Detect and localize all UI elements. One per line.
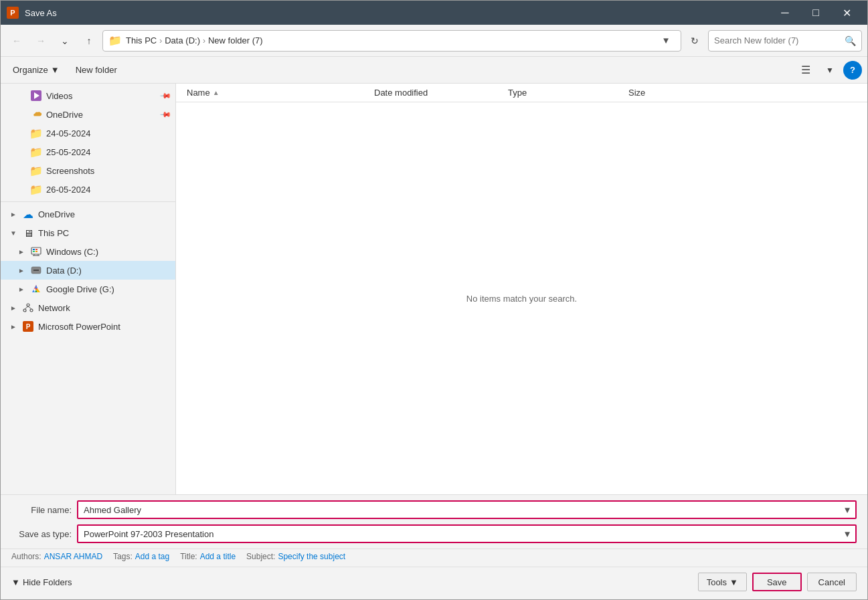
breadcrumb: This PC › Data (D:) › New folder (7) bbox=[126, 35, 657, 45]
google-drive-icon bbox=[30, 283, 42, 295]
help-button[interactable]: ? bbox=[843, 61, 862, 80]
main-content: Videos 📌 OneDrive 📌 📁 24-05-2024 bbox=[1, 84, 867, 494]
pin-icon-videos: 📌 bbox=[159, 89, 171, 102]
app-icon: P bbox=[6, 6, 19, 19]
title-value[interactable]: Add a title bbox=[200, 552, 236, 561]
sidebar-item-26-label: 26-05-2024 bbox=[46, 185, 170, 195]
dropdown-recent-button[interactable]: ⌄ bbox=[54, 30, 76, 52]
organize-label: Organize bbox=[13, 65, 48, 75]
file-name-input[interactable] bbox=[77, 500, 857, 519]
sidebar-item-windows-c[interactable]: ► Windows (C:) bbox=[1, 242, 175, 261]
svg-rect-9 bbox=[35, 249, 37, 250]
sidebar-divider-1 bbox=[1, 201, 175, 202]
sidebar-item-26-05-2024[interactable]: 📁 26-05-2024 bbox=[1, 180, 175, 199]
col-header-date[interactable]: Date modified bbox=[369, 88, 503, 98]
breadcrumb-new-folder: New folder (7) bbox=[208, 35, 263, 45]
view-options-button[interactable]: ☰ bbox=[795, 61, 816, 80]
sidebar-item-this-pc[interactable]: ▼ 🖥 This PC bbox=[1, 223, 175, 242]
sidebar-item-google-drive-label: Google Drive (G:) bbox=[46, 284, 170, 294]
maximize-button[interactable]: □ bbox=[800, 1, 831, 25]
new-folder-button[interactable]: New folder bbox=[69, 61, 124, 80]
breadcrumb-data-d: Data (D:) bbox=[165, 35, 200, 45]
cancel-button[interactable]: Cancel bbox=[807, 573, 857, 591]
svg-rect-11 bbox=[35, 251, 37, 252]
expand-arrow-data-d: ► bbox=[17, 267, 26, 274]
sidebar-item-screenshots-label: Screenshots bbox=[46, 166, 170, 176]
dialog-title: Save As bbox=[25, 8, 770, 18]
subject-label: Subject: bbox=[246, 552, 275, 561]
svg-point-21 bbox=[23, 309, 26, 312]
sidebar-item-onedrive-nav[interactable]: ► ☁ OneDrive bbox=[1, 205, 175, 223]
pin-icon-onedrive: 📌 bbox=[159, 108, 171, 120]
save-button[interactable]: Save bbox=[752, 573, 802, 591]
filename-dropdown-button[interactable]: ▼ bbox=[838, 500, 857, 519]
sidebar: Videos 📌 OneDrive 📌 📁 24-05-2024 bbox=[1, 84, 176, 494]
sort-arrow-name: ▲ bbox=[213, 89, 220, 96]
sidebar-item-25-05-2024[interactable]: 📁 25-05-2024 bbox=[1, 142, 175, 161]
tags-label: Tags: bbox=[113, 552, 133, 561]
svg-rect-8 bbox=[33, 249, 35, 250]
expand-arrow-onedrive-nav: ► bbox=[9, 211, 18, 218]
sidebar-item-onedrive-nav-label: OneDrive bbox=[38, 209, 170, 219]
sidebar-item-onedrive-pinned[interactable]: OneDrive 📌 bbox=[1, 105, 175, 124]
address-bar[interactable]: 📁 This PC › Data (D:) › New folder (7) ▼ bbox=[102, 30, 681, 52]
tools-button[interactable]: Tools ▼ bbox=[698, 573, 747, 591]
expand-arrow-google-drive: ► bbox=[17, 286, 26, 293]
onedrive-nav-icon: ☁ bbox=[22, 208, 34, 220]
subject-value[interactable]: Specify the subject bbox=[278, 552, 345, 561]
expand-arrow-windows-c: ► bbox=[17, 248, 26, 256]
sidebar-item-windows-c-label: Windows (C:) bbox=[46, 247, 170, 257]
folder-icon-25: 📁 bbox=[30, 146, 42, 158]
col-header-name[interactable]: Name ▲ bbox=[181, 88, 369, 98]
forward-button[interactable]: → bbox=[30, 30, 52, 52]
save-type-input[interactable] bbox=[77, 524, 857, 543]
authors-value[interactable]: ANSAR AHMAD bbox=[44, 552, 102, 561]
sidebar-item-data-d[interactable]: ► Data (D:) bbox=[1, 261, 175, 280]
search-input[interactable] bbox=[714, 35, 841, 45]
folder-icon-26: 📁 bbox=[30, 183, 42, 195]
view-dropdown-button[interactable]: ▼ bbox=[819, 61, 841, 80]
refresh-button[interactable]: ↻ bbox=[684, 30, 705, 52]
sidebar-item-data-d-label: Data (D:) bbox=[46, 266, 170, 276]
toolbar-row: Organize ▼ New folder ☰ ▼ ? bbox=[1, 57, 867, 84]
ppt-icon: P bbox=[22, 320, 34, 332]
sidebar-item-google-drive[interactable]: ► Google Drive (G:) bbox=[1, 280, 175, 298]
organize-button[interactable]: Organize ▼ bbox=[6, 61, 66, 80]
savetype-row: Save as type: ▼ bbox=[1, 522, 867, 548]
address-dropdown-button[interactable]: ▼ bbox=[657, 30, 675, 52]
sidebar-item-ms-ppt[interactable]: ► P Microsoft PowerPoint bbox=[1, 317, 175, 336]
up-button[interactable]: ↑ bbox=[78, 30, 100, 52]
sidebar-item-network[interactable]: ► Network bbox=[1, 298, 175, 317]
onedrive-pinned-icon bbox=[30, 108, 42, 120]
search-box[interactable]: 🔍 bbox=[708, 30, 862, 52]
sidebar-item-videos[interactable]: Videos 📌 bbox=[1, 86, 175, 105]
close-button[interactable]: ✕ bbox=[831, 1, 862, 25]
file-pane: Name ▲ Date modified Type Size No items … bbox=[176, 84, 867, 494]
metadata-row: Authors: ANSAR AHMAD Tags: Add a tag Tit… bbox=[1, 548, 867, 567]
authors-label: Authors: bbox=[11, 552, 41, 561]
hide-folders-button[interactable]: ▼ Hide Folders bbox=[11, 577, 72, 587]
col-header-size[interactable]: Size bbox=[623, 88, 703, 98]
minimize-button[interactable]: ─ bbox=[770, 1, 800, 25]
title-item: Title: Add a title bbox=[180, 552, 236, 561]
new-folder-label: New folder bbox=[76, 65, 117, 75]
svg-point-20 bbox=[27, 304, 29, 306]
tags-value[interactable]: Add a tag bbox=[135, 552, 169, 561]
title-label: Title: bbox=[180, 552, 197, 561]
sidebar-item-screenshots[interactable]: 📁 Screenshots bbox=[1, 161, 175, 180]
save-as-type-label: Save as type: bbox=[11, 529, 72, 539]
search-icon: 🔍 bbox=[845, 35, 856, 46]
empty-message: No items match your search. bbox=[466, 294, 577, 304]
savetype-input-wrapper: ▼ bbox=[77, 524, 857, 543]
bottom-section: File name: ▼ Save as type: ▼ Authors: AN… bbox=[1, 494, 867, 599]
address-bar-row: ← → ⌄ ↑ 📁 This PC › Data (D:) › New fold… bbox=[1, 25, 867, 57]
back-button[interactable]: ← bbox=[6, 30, 27, 52]
savetype-dropdown-button[interactable]: ▼ bbox=[838, 524, 857, 543]
sidebar-item-24-05-2024[interactable]: 📁 24-05-2024 bbox=[1, 124, 175, 142]
expand-arrow-network: ► bbox=[9, 304, 18, 312]
expand-arrow-this-pc: ▼ bbox=[9, 229, 18, 237]
sidebar-item-onedrive-pinned-label: OneDrive bbox=[46, 110, 157, 120]
hide-folders-label: Hide Folders bbox=[23, 577, 72, 587]
col-header-type[interactable]: Type bbox=[503, 88, 623, 98]
svg-line-24 bbox=[28, 306, 31, 309]
